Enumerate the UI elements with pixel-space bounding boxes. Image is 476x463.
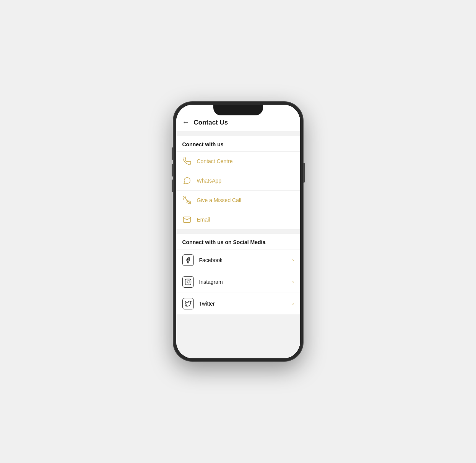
facebook-item[interactable]: Facebook ›	[176, 249, 300, 271]
social-section: Connect with us on Social Media Facebook…	[176, 234, 300, 314]
instagram-chevron: ›	[292, 279, 294, 285]
instagram-icon	[182, 276, 194, 288]
screen: ← Contact Us Connect with us Cont	[176, 105, 300, 358]
phone-frame: ← Contact Us Connect with us Cont	[173, 102, 303, 361]
phone-screen: ← Contact Us Connect with us Cont	[176, 105, 300, 358]
instagram-label: Instagram	[199, 279, 287, 285]
missed-call-icon	[182, 196, 192, 205]
twitter-label: Twitter	[199, 301, 287, 307]
whatsapp-icon	[182, 176, 192, 185]
content-area: Connect with us Contact Centre	[176, 131, 300, 358]
facebook-label: Facebook	[199, 257, 287, 263]
social-section-title: Connect with us on Social Media	[176, 234, 300, 249]
whatsapp-item[interactable]: WhatsApp	[176, 171, 300, 190]
back-button[interactable]: ←	[182, 118, 189, 126]
twitter-icon	[182, 298, 194, 309]
instagram-item[interactable]: Instagram ›	[176, 271, 300, 293]
email-item[interactable]: Email	[176, 210, 300, 229]
email-icon	[182, 215, 192, 224]
whatsapp-label: WhatsApp	[197, 178, 222, 184]
bottom-space	[176, 314, 300, 337]
connect-section-title: Connect with us	[176, 136, 300, 151]
page-title: Contact Us	[194, 119, 228, 126]
contact-centre-item[interactable]: Contact Centre	[176, 151, 300, 171]
email-label: Email	[197, 217, 210, 223]
connect-section: Connect with us Contact Centre	[176, 136, 300, 229]
notch	[213, 105, 263, 115]
facebook-chevron: ›	[292, 257, 294, 263]
phone-icon	[182, 157, 192, 166]
contact-centre-label: Contact Centre	[197, 158, 233, 164]
twitter-chevron: ›	[292, 301, 294, 306]
facebook-icon	[182, 254, 194, 266]
twitter-item[interactable]: Twitter ›	[176, 293, 300, 314]
missed-call-label: Give a Missed Call	[197, 197, 242, 203]
missed-call-item[interactable]: Give a Missed Call	[176, 190, 300, 210]
svg-rect-1	[185, 279, 191, 285]
